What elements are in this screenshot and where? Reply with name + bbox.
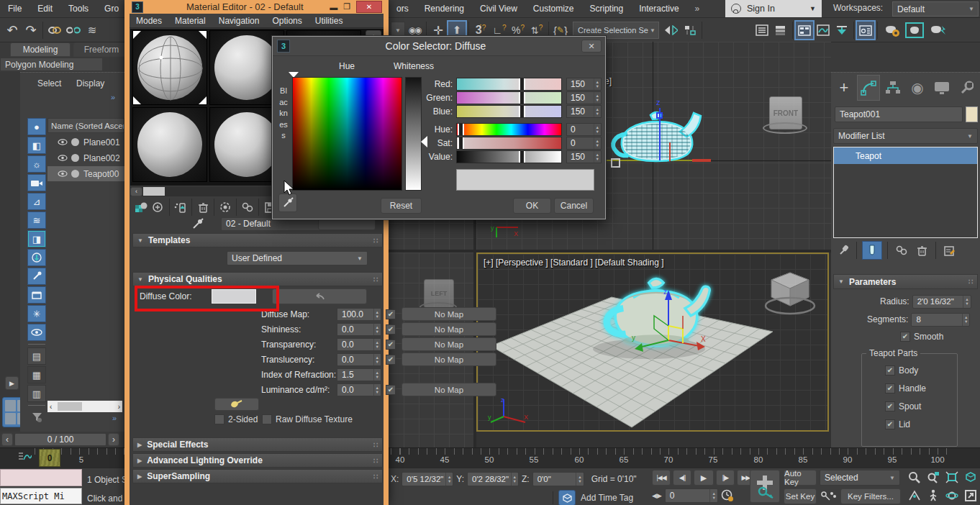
- align-icon[interactable]: [681, 21, 699, 40]
- sat-slider[interactable]: [456, 137, 562, 150]
- z-gizmo-handle[interactable]: [656, 112, 663, 119]
- templates-dropdown[interactable]: User Defined ▼: [227, 251, 368, 265]
- transparency-map-button[interactable]: No Map: [401, 337, 496, 351]
- segments-field[interactable]: 8 ▲▼: [911, 313, 970, 327]
- auto-key-button[interactable]: Auto Key: [784, 470, 817, 486]
- filter-hidden-icon[interactable]: [27, 324, 46, 341]
- curve-editor-icon[interactable]: [814, 21, 832, 40]
- go-to-start-button[interactable]: |◀◀: [652, 470, 671, 486]
- menu-edit[interactable]: Edit: [30, 0, 60, 17]
- spinner-arrows[interactable]: ▲▼: [962, 314, 969, 326]
- workspace-dropdown[interactable]: Default ▼: [892, 1, 979, 17]
- stack-item-teapot[interactable]: Teapot: [834, 147, 977, 164]
- rendered-frame-window-icon[interactable]: [903, 21, 926, 40]
- filter-all-icon[interactable]: ◨: [27, 230, 46, 247]
- diffuse-map-amount[interactable]: 100.0▲▼: [337, 308, 381, 321]
- spinner-arrows[interactable]: ▲▼: [373, 384, 381, 396]
- tab-hierarchy-icon[interactable]: [881, 75, 904, 101]
- spinner-arrows[interactable]: ▲▼: [373, 369, 381, 381]
- spinner-arrows[interactable]: ▲▼: [594, 124, 601, 135]
- ribbon-tab-modeling[interactable]: Modeling: [10, 42, 71, 57]
- eye-icon[interactable]: [58, 139, 68, 145]
- put-material-to-scene-icon[interactable]: [150, 198, 167, 217]
- menu-group-clipped[interactable]: Gro: [96, 0, 127, 17]
- make-unique-icon[interactable]: [893, 241, 910, 260]
- diffuse-map-checkbox[interactable]: [386, 309, 396, 319]
- physical-qualities-rollout-header[interactable]: ▼Physical Qualities∷: [132, 272, 383, 286]
- filter-bones-icon[interactable]: [27, 268, 46, 285]
- ribbon-tab-freeform[interactable]: Freeform: [73, 42, 130, 57]
- time-slider[interactable]: 0: [39, 449, 60, 467]
- filter-shapes-icon[interactable]: ◧: [27, 137, 46, 154]
- eye-icon[interactable]: [58, 170, 68, 177]
- spinner-arrows[interactable]: ▲▼: [709, 489, 717, 502]
- dialog-close-icon[interactable]: ✕: [581, 40, 602, 53]
- menu-scripting[interactable]: Scripting: [582, 0, 632, 17]
- pin-stack-icon[interactable]: [835, 241, 851, 260]
- two-sided-checkbox[interactable]: [214, 414, 224, 424]
- blue-spinner[interactable]: 150▲▼: [566, 105, 602, 118]
- spinner-arrows[interactable]: ▲▼: [373, 309, 381, 320]
- red-spinner[interactable]: 150▲▼: [566, 78, 602, 91]
- eye-icon[interactable]: [58, 155, 68, 161]
- previous-frame-button[interactable]: ◀||: [673, 470, 691, 486]
- spinner-arrows[interactable]: ▲▼: [594, 106, 601, 117]
- viewcube-perspective[interactable]: [764, 270, 816, 317]
- maxscript-mini-listener[interactable]: MAXScript Mi: [0, 488, 82, 504]
- value-spinner[interactable]: 150▲▼: [566, 150, 602, 163]
- transparency-checkbox[interactable]: [386, 340, 396, 350]
- explorer-view-detail-icon[interactable]: ▥: [27, 385, 46, 402]
- luminance-amount[interactable]: 0.0▲▼: [337, 383, 381, 396]
- tab-create-icon[interactable]: +: [832, 75, 856, 101]
- set-keys-button[interactable]: [750, 470, 780, 503]
- filter-lights-icon[interactable]: ☼: [27, 155, 46, 173]
- undo-icon[interactable]: ↶: [3, 21, 22, 40]
- filter-geometry-icon[interactable]: ●: [27, 118, 46, 135]
- close-icon[interactable]: ✕: [356, 1, 382, 13]
- time-configuration-icon[interactable]: [721, 489, 734, 502]
- pager-range-field[interactable]: 0 / 100: [14, 433, 106, 446]
- diffuse-color-reset-button[interactable]: [272, 288, 367, 304]
- time-tag-cube-icon[interactable]: [558, 490, 576, 505]
- filter-xref-icon[interactable]: [27, 249, 46, 266]
- object-dot-icon[interactable]: [71, 170, 79, 178]
- reset-material-trash-icon[interactable]: [194, 198, 212, 217]
- me-menu-navigation[interactable]: Navigation: [212, 14, 266, 27]
- orbit-icon[interactable]: [943, 487, 961, 504]
- z-coord-field[interactable]: 0'0"▲▼: [532, 472, 584, 486]
- object-name-field[interactable]: Teapot001: [835, 106, 963, 122]
- sign-in-button[interactable]: Sign In ▼: [725, 0, 822, 17]
- explorer-row-plane002[interactable]: Plane002: [47, 150, 124, 165]
- ok-button[interactable]: OK: [513, 198, 551, 214]
- remove-modifier-trash-icon[interactable]: [913, 241, 930, 260]
- explorer-view-list-icon[interactable]: ▤: [27, 347, 46, 365]
- spinner-arrows[interactable]: ▲▼: [594, 92, 601, 104]
- ribbon-subtab-polygon-modeling[interactable]: Polygon Modeling: [0, 58, 103, 71]
- spinner-arrows[interactable]: ▲▼: [445, 473, 453, 486]
- sample-slot-4[interactable]: [132, 107, 207, 182]
- play-button[interactable]: ▶: [694, 470, 714, 486]
- render-settings-teapot-icon[interactable]: [880, 21, 903, 40]
- menu-interactive[interactable]: Interactive: [631, 0, 686, 17]
- filter-containers-icon[interactable]: [27, 286, 46, 304]
- make-material-copy-icon[interactable]: [217, 198, 234, 217]
- explorer-column-header[interactable]: Name (Sorted Ascend: [47, 118, 124, 133]
- cancel-button[interactable]: Cancel: [554, 198, 594, 214]
- pan-walk-icon[interactable]: [924, 487, 942, 504]
- add-time-tag-label[interactable]: Add Time Tag: [581, 493, 633, 503]
- shininess-checkbox[interactable]: [386, 324, 396, 335]
- show-end-result-icon[interactable]: [862, 241, 882, 260]
- me-menu-utilities[interactable]: Utilities: [309, 14, 350, 27]
- handle-checkbox[interactable]: [885, 383, 895, 393]
- me-menu-material[interactable]: Material: [168, 14, 212, 27]
- configure-modifier-sets-icon[interactable]: [941, 241, 958, 260]
- pick-material-eyedropper-icon[interactable]: [191, 218, 204, 230]
- menu-customize[interactable]: Customize: [525, 0, 582, 17]
- perspective-viewport[interactable]: [+] [Perspective ] [Standard ] [Default …: [476, 252, 829, 432]
- supersampling-rollout[interactable]: ▶SuperSampling∷: [132, 469, 383, 483]
- filter-particles-icon[interactable]: ✳: [27, 305, 46, 322]
- menu-editors-clipped[interactable]: ors: [389, 0, 417, 17]
- red-slider[interactable]: [456, 78, 562, 91]
- body-checkbox[interactable]: [885, 365, 895, 376]
- explorer-row-teapot001-selected[interactable]: Teapot00: [47, 166, 124, 181]
